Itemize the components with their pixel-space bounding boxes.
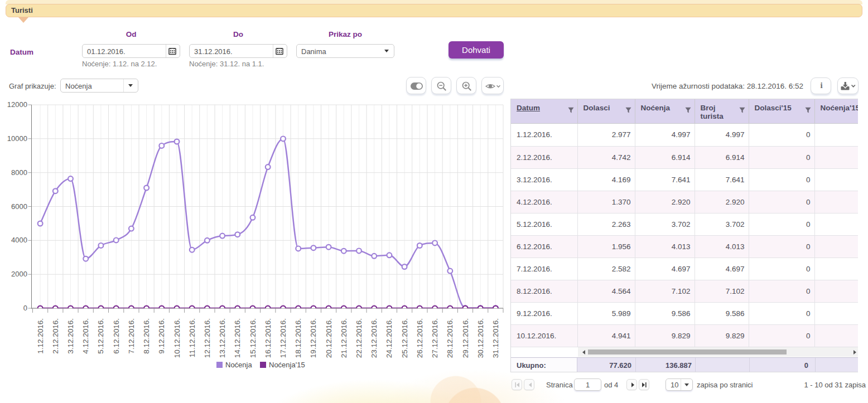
svg-text:13.12.2016.: 13.12.2016. bbox=[218, 318, 226, 358]
svg-text:2000: 2000 bbox=[11, 270, 27, 278]
svg-text:12000: 12000 bbox=[7, 100, 27, 109]
svg-text:25.12.2016.: 25.12.2016. bbox=[401, 318, 409, 358]
svg-text:26.12.2016.: 26.12.2016. bbox=[416, 318, 424, 358]
svg-text:23.12.2016.: 23.12.2016. bbox=[370, 318, 378, 358]
svg-text:20.12.2016.: 20.12.2016. bbox=[325, 318, 333, 358]
svg-text:30.12.2016.: 30.12.2016. bbox=[476, 318, 485, 358]
svg-text:21.12.2016.: 21.12.2016. bbox=[340, 318, 348, 358]
svg-text:18.12.2016.: 18.12.2016. bbox=[294, 318, 302, 358]
svg-text:6000: 6000 bbox=[11, 202, 27, 211]
svg-text:Noćenja'15: Noćenja'15 bbox=[269, 361, 305, 369]
svg-text:16.12.2016.: 16.12.2016. bbox=[264, 318, 272, 358]
svg-text:2.12.2016.: 2.12.2016. bbox=[51, 318, 60, 354]
svg-text:9.12.2016.: 9.12.2016. bbox=[157, 318, 166, 354]
svg-text:24.12.2016.: 24.12.2016. bbox=[385, 318, 393, 358]
svg-text:3.12.2016.: 3.12.2016. bbox=[66, 318, 75, 354]
svg-text:28.12.2016.: 28.12.2016. bbox=[446, 318, 454, 358]
svg-text:14.12.2016.: 14.12.2016. bbox=[233, 318, 242, 358]
svg-text:11.12.2016.: 11.12.2016. bbox=[188, 318, 196, 357]
svg-text:29.12.2016.: 29.12.2016. bbox=[461, 318, 470, 358]
svg-text:7.12.2016.: 7.12.2016. bbox=[127, 318, 136, 354]
svg-text:4.12.2016.: 4.12.2016. bbox=[81, 318, 90, 354]
svg-text:10000: 10000 bbox=[7, 134, 27, 143]
svg-text:19.12.2016.: 19.12.2016. bbox=[309, 318, 317, 358]
svg-text:1.12.2016.: 1.12.2016. bbox=[36, 318, 45, 354]
svg-text:8.12.2016.: 8.12.2016. bbox=[142, 318, 151, 354]
svg-text:6.12.2016.: 6.12.2016. bbox=[112, 318, 120, 354]
svg-text:0: 0 bbox=[23, 304, 27, 312]
svg-text:5.12.2016.: 5.12.2016. bbox=[97, 318, 105, 354]
svg-text:4000: 4000 bbox=[11, 236, 27, 244]
svg-text:17.12.2016.: 17.12.2016. bbox=[279, 318, 287, 358]
svg-text:31.12.2016.: 31.12.2016. bbox=[491, 318, 500, 358]
svg-text:15.12.2016.: 15.12.2016. bbox=[249, 318, 257, 358]
svg-text:Noćenja: Noćenja bbox=[225, 361, 252, 369]
svg-text:27.12.2016.: 27.12.2016. bbox=[431, 318, 439, 358]
svg-text:22.12.2016.: 22.12.2016. bbox=[355, 318, 363, 358]
svg-text:10.12.2016.: 10.12.2016. bbox=[173, 318, 181, 358]
svg-text:12.12.2016.: 12.12.2016. bbox=[203, 318, 211, 358]
svg-text:8000: 8000 bbox=[11, 168, 27, 177]
